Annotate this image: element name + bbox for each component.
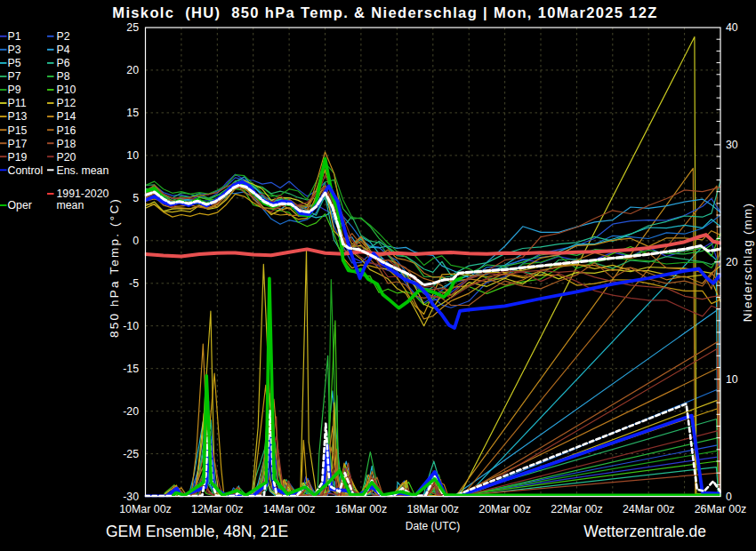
- svg-text:25: 25: [126, 21, 139, 34]
- svg-text:Ens. mean: Ens. mean: [57, 164, 109, 177]
- svg-text:P17: P17: [8, 138, 28, 150]
- svg-text:P15: P15: [8, 124, 28, 137]
- svg-text:P7: P7: [8, 70, 21, 83]
- svg-text:0: 0: [726, 491, 732, 503]
- svg-text:1991-2020: 1991-2020: [57, 188, 109, 200]
- svg-text:10: 10: [126, 149, 139, 162]
- svg-text:P12: P12: [57, 97, 76, 109]
- svg-text:P14: P14: [57, 110, 76, 123]
- svg-text:16Mar 00z: 16Mar 00z: [335, 503, 388, 515]
- svg-text:P19: P19: [8, 151, 28, 164]
- svg-text:P9: P9: [8, 84, 21, 96]
- svg-text:P1: P1: [8, 30, 21, 43]
- svg-text:10: 10: [726, 373, 738, 386]
- svg-text:P16: P16: [57, 124, 76, 137]
- svg-text:20: 20: [726, 256, 738, 268]
- svg-text:Date (UTC): Date (UTC): [406, 520, 460, 532]
- svg-text:Oper: Oper: [8, 199, 32, 212]
- svg-text:22Mar 00z: 22Mar 00z: [551, 503, 603, 515]
- svg-text:-20: -20: [123, 405, 139, 418]
- svg-text:18Mar 00z: 18Mar 00z: [407, 503, 460, 515]
- svg-text:15: 15: [126, 107, 139, 119]
- svg-text:14Mar 00z: 14Mar 00z: [263, 503, 316, 515]
- svg-text:GEM Ensemble, 48N, 21E: GEM Ensemble, 48N, 21E: [106, 523, 288, 540]
- svg-text:P13: P13: [8, 110, 28, 123]
- svg-text:0: 0: [133, 235, 139, 247]
- svg-text:P10: P10: [57, 84, 76, 96]
- svg-text:-15: -15: [123, 363, 139, 375]
- svg-text:20Mar 00z: 20Mar 00z: [479, 503, 531, 515]
- svg-text:20: 20: [126, 64, 139, 76]
- svg-text:Wetterzentrale.de: Wetterzentrale.de: [583, 523, 706, 540]
- svg-text:-10: -10: [123, 320, 139, 332]
- svg-text:P20: P20: [57, 151, 76, 164]
- svg-text:P11: P11: [8, 97, 27, 109]
- svg-text:26Mar 00z: 26Mar 00z: [695, 503, 747, 515]
- svg-text:Niederschlag (mm): Niederschlag (mm): [741, 203, 754, 322]
- svg-text:P2: P2: [57, 30, 70, 43]
- svg-text:30: 30: [726, 139, 738, 151]
- svg-text:24Mar 00z: 24Mar 00z: [623, 503, 675, 515]
- svg-text:850 hPa Temp. (°C): 850 hPa Temp. (°C): [108, 197, 121, 338]
- svg-text:P4: P4: [57, 44, 70, 56]
- svg-text:P6: P6: [57, 57, 70, 69]
- svg-text:Miskolc (HU) 850 hPa Temp. &: Miskolc (HU) 850 hPa Temp. & Niederschla…: [112, 4, 657, 20]
- svg-text:Control: Control: [8, 164, 44, 177]
- svg-text:-25: -25: [123, 448, 139, 460]
- svg-text:10Mar 00z: 10Mar 00z: [119, 503, 172, 515]
- svg-text:40: 40: [726, 21, 738, 34]
- svg-text:P5: P5: [8, 57, 21, 69]
- svg-text:-5: -5: [129, 277, 139, 290]
- svg-text:P18: P18: [57, 138, 76, 150]
- svg-text:mean: mean: [57, 199, 84, 212]
- svg-text:5: 5: [133, 192, 139, 204]
- svg-text:P3: P3: [8, 44, 21, 56]
- svg-text:12Mar 00z: 12Mar 00z: [191, 503, 244, 515]
- svg-text:-30: -30: [123, 491, 139, 503]
- svg-text:P8: P8: [57, 70, 70, 83]
